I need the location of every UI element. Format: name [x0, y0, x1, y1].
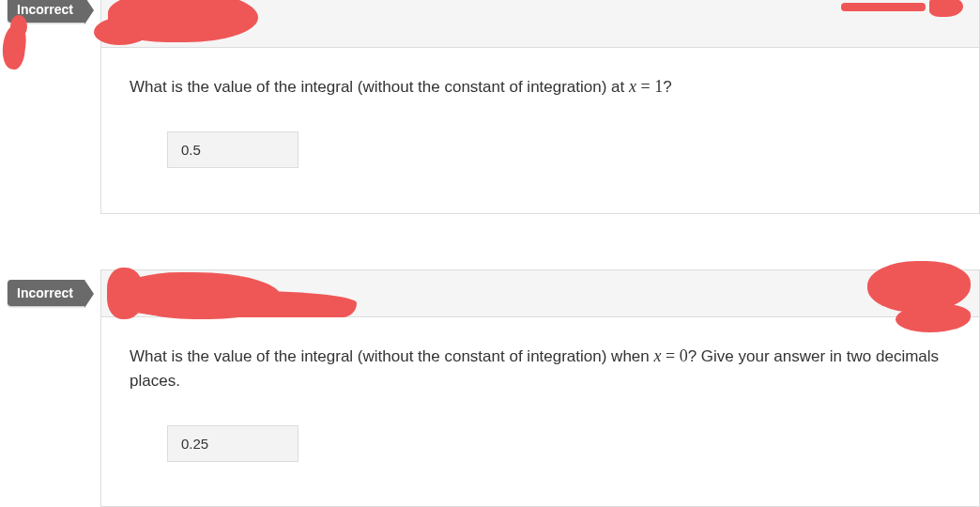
question-prompt: What is the value of the integral (witho…	[130, 344, 951, 393]
answer-input[interactable]: 0.5	[167, 131, 299, 168]
prompt-qmark: ?	[688, 347, 697, 365]
math-variable: x	[629, 77, 636, 96]
prompt-text: What is the value of the integral (witho…	[130, 78, 629, 96]
question-prompt: What is the value of the integral (witho…	[130, 74, 951, 100]
answer-input[interactable]: 0.25	[167, 425, 299, 462]
math-value: 0	[680, 346, 688, 365]
math-value: 1	[654, 77, 663, 96]
question-body: What is the value of the integral (witho…	[101, 48, 979, 196]
annotation-scribble	[122, 291, 357, 317]
question-body: What is the value of the integral (witho…	[101, 317, 979, 490]
prompt-qmark: ?	[663, 78, 671, 96]
math-variable: x	[654, 346, 662, 365]
math-equals: =	[662, 346, 680, 365]
annotation-arrow	[841, 0, 963, 19]
status-badge: Incorrect	[8, 280, 84, 306]
annotation-scribble	[10, 15, 27, 38]
math-equals: =	[636, 77, 654, 96]
prompt-text: What is the value of the integral (witho…	[130, 347, 654, 365]
